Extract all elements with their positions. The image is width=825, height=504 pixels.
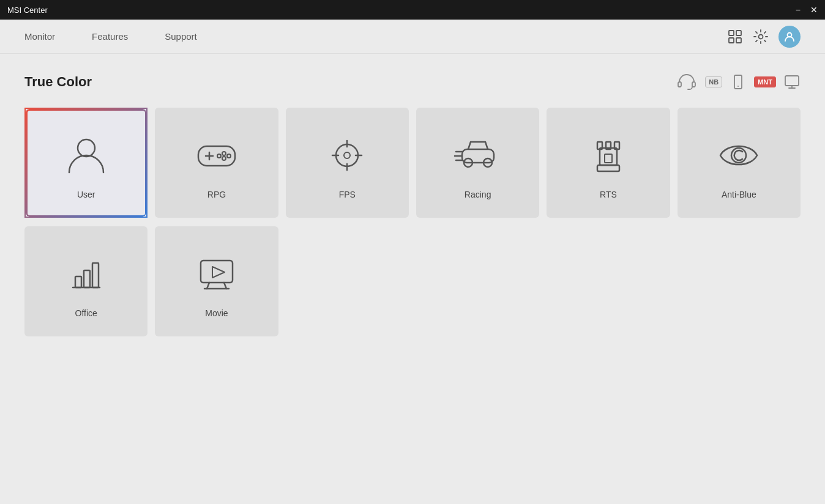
svg-rect-40	[84, 270, 90, 287]
card-user[interactable]: User	[24, 108, 147, 218]
nav-support[interactable]: Support	[165, 31, 197, 42]
rts-icon	[584, 131, 633, 180]
titlebar: MSI Center − ✕	[0, 0, 825, 20]
svg-point-19	[336, 144, 358, 166]
card-office-label: Office	[75, 308, 97, 318]
card-rts[interactable]: RTS	[547, 108, 670, 218]
svg-point-9	[737, 86, 739, 87]
svg-point-11	[78, 139, 95, 157]
svg-rect-0	[729, 31, 734, 35]
close-button[interactable]: ✕	[810, 6, 818, 14]
nav-action-icons	[727, 26, 801, 48]
nav-features[interactable]: Features	[92, 31, 128, 42]
phone-icon	[730, 73, 747, 91]
grid-icon	[727, 29, 743, 45]
svg-point-15	[222, 152, 226, 155]
svg-rect-42	[201, 261, 233, 283]
card-fps-label: FPS	[339, 190, 356, 199]
svg-marker-43	[212, 267, 225, 278]
card-movie[interactable]: Movie	[155, 226, 278, 336]
card-racing[interactable]: Racing	[416, 108, 539, 218]
nb-badge: NB	[705, 76, 722, 87]
svg-point-17	[222, 157, 226, 160]
nav-monitor[interactable]: Monitor	[24, 31, 55, 42]
top-navigation: Monitor Features Support	[0, 20, 825, 54]
monitor-button[interactable]	[783, 73, 801, 91]
sync-button[interactable]	[676, 71, 698, 93]
anti-blue-icon	[714, 131, 763, 180]
card-racing-label: Racing	[465, 190, 491, 199]
svg-rect-3	[736, 38, 741, 43]
grid-view-button[interactable]	[727, 29, 743, 45]
avatar-icon	[783, 31, 796, 43]
svg-rect-31	[597, 165, 619, 171]
svg-point-18	[217, 154, 221, 158]
card-fps[interactable]: FPS	[286, 108, 409, 218]
card-anti-blue[interactable]: Anti-Blue	[678, 108, 801, 218]
card-anti-blue-label: Anti-Blue	[722, 190, 756, 199]
app-title: MSI Center	[7, 6, 48, 15]
racing-icon	[454, 131, 502, 180]
svg-line-44	[207, 283, 209, 289]
nav-links: Monitor Features Support	[24, 31, 197, 42]
card-user-label: User	[77, 190, 95, 199]
fps-icon	[323, 131, 371, 180]
card-movie-label: Movie	[205, 308, 228, 318]
svg-point-4	[759, 34, 763, 39]
office-icon	[62, 250, 111, 298]
svg-rect-1	[736, 31, 741, 35]
settings-icon	[753, 29, 769, 45]
monitor-icon	[783, 73, 801, 91]
svg-rect-36	[605, 154, 612, 163]
card-rpg[interactable]: RPG	[155, 108, 278, 218]
rpg-icon	[192, 131, 241, 180]
svg-point-16	[227, 154, 231, 158]
settings-button[interactable]	[753, 29, 769, 45]
svg-point-20	[344, 152, 350, 158]
profile-cards-row2: Office Movie	[24, 226, 801, 336]
svg-rect-6	[678, 82, 681, 87]
phone-button[interactable]	[730, 73, 747, 91]
card-office[interactable]: Office	[24, 226, 147, 336]
main-content: Monitor Features Support	[0, 20, 825, 504]
minimize-button[interactable]: −	[796, 6, 801, 14]
mnt-badge: MNT	[754, 76, 776, 87]
headset-icon	[676, 71, 698, 93]
svg-rect-39	[75, 276, 81, 287]
device-icons: NB MNT	[676, 71, 801, 93]
section-title: True Color	[24, 74, 92, 90]
svg-rect-2	[729, 38, 734, 43]
card-rts-label: RTS	[600, 190, 617, 199]
section-header: True Color NB	[24, 71, 801, 93]
svg-rect-7	[692, 82, 695, 87]
svg-line-45	[224, 283, 226, 289]
user-icon	[62, 131, 111, 180]
svg-rect-25	[462, 149, 494, 163]
movie-icon	[192, 250, 241, 298]
user-avatar[interactable]	[778, 26, 801, 48]
svg-rect-41	[92, 263, 99, 287]
window-controls: − ✕	[796, 6, 818, 14]
card-rpg-label: RPG	[207, 190, 226, 199]
page-content: True Color NB	[0, 54, 825, 504]
svg-rect-10	[785, 76, 799, 86]
profile-cards-row1: User	[24, 108, 801, 218]
